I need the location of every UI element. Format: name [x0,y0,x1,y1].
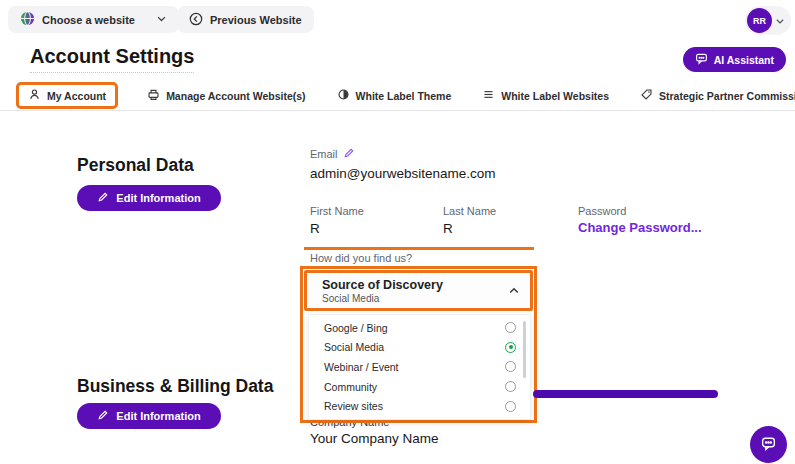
business-edit-information-button[interactable]: Edit Information [77,403,221,429]
settings-tabs: My Account Manage Account Website(s) Whi… [16,82,795,109]
radio-icon[interactable] [505,322,516,333]
change-password-link[interactable]: Change Password... [578,220,702,235]
annotation-purple-bar [533,390,718,398]
personal-edit-information-button[interactable]: Edit Information [77,185,221,211]
website-globe-icon [20,11,35,28]
pencil-icon [97,191,109,205]
edit-email-icon[interactable] [343,147,355,161]
company-name-value: Your Company Name [310,431,439,446]
chat-icon [695,52,708,67]
option-google-bing[interactable]: Google / Bing [309,318,530,338]
last-name-label: Last Name [443,205,496,217]
first-name-value: R [310,221,320,236]
previous-website-button[interactable]: Previous Website [177,6,314,33]
radio-icon[interactable] [505,342,516,353]
tab-label: Manage Account Website(s) [166,90,305,102]
business-billing-title: Business & Billing Data [77,376,273,397]
arrow-left-circle-icon [189,12,203,28]
tab-strategic-partner-commission[interactable]: Strategic Partner Commission [638,83,795,108]
chat-widget-button[interactable] [750,426,787,463]
radio-icon[interactable] [505,381,516,392]
option-community[interactable]: Community [309,377,530,397]
tab-manage-account-websites[interactable]: Manage Account Website(s) [145,83,307,108]
tab-label: Strategic Partner Commission [659,90,795,102]
personal-data-title: Personal Data [77,155,194,176]
contrast-icon [337,88,350,103]
tag-icon [640,88,653,103]
edit-information-label: Edit Information [116,410,200,422]
dropdown-title: Source of Discovery [322,278,443,292]
account-settings-page: Choose a website Previous Website RR Acc… [0,0,795,464]
annotation-box-dropdown-header: Source of Discovery Social Media [304,270,533,311]
option-review-sites[interactable]: Review sites [309,396,530,416]
tab-label: My Account [47,90,106,102]
list-lines-icon [482,88,495,103]
account-menu[interactable]: RR [745,6,791,35]
email-label: Email [310,147,355,161]
email-value: admin@yourwebsitename.com [310,166,496,181]
password-label: Password [578,205,626,217]
avatar: RR [747,8,772,33]
radio-icon[interactable] [505,361,516,372]
chevron-up-icon [508,283,520,301]
annotation-line [304,247,534,250]
option-webinar-event[interactable]: Webinar / Event [309,357,530,377]
previous-website-label: Previous Website [210,14,302,26]
tab-label: White Label Websites [501,90,609,102]
tab-white-label-websites[interactable]: White Label Websites [480,83,611,108]
tab-white-label-theme[interactable]: White Label Theme [335,83,454,108]
choose-website-label: Choose a website [42,14,135,26]
discovery-options-list: Google / Bing Social Media Webinar / Eve… [308,314,531,420]
tabs-divider [0,110,795,111]
tab-my-account[interactable]: My Account [16,82,118,109]
dropdown-selected-value: Social Media [322,293,443,304]
first-name-label: First Name [310,205,364,217]
printer-icon [147,88,160,103]
ai-assistant-button[interactable]: AI Assistant [683,47,786,72]
page-title: Account Settings [30,45,194,73]
user-icon [28,88,41,103]
chat-icon [760,435,777,455]
edit-information-label: Edit Information [116,192,200,204]
scrollbar[interactable] [523,321,526,378]
how-did-you-find-us-label: How did you find us? [310,252,412,264]
source-of-discovery-dropdown[interactable]: Source of Discovery Social Media [307,273,530,308]
tab-label: White Label Theme [356,90,452,102]
chevron-down-icon [775,12,785,30]
radio-icon[interactable] [505,401,516,412]
chevron-down-icon [156,13,167,26]
last-name-value: R [443,221,453,236]
option-social-media[interactable]: Social Media [309,338,530,358]
pencil-icon [97,409,109,423]
ai-assistant-label: AI Assistant [714,54,774,66]
choose-website-dropdown[interactable]: Choose a website [8,6,179,33]
